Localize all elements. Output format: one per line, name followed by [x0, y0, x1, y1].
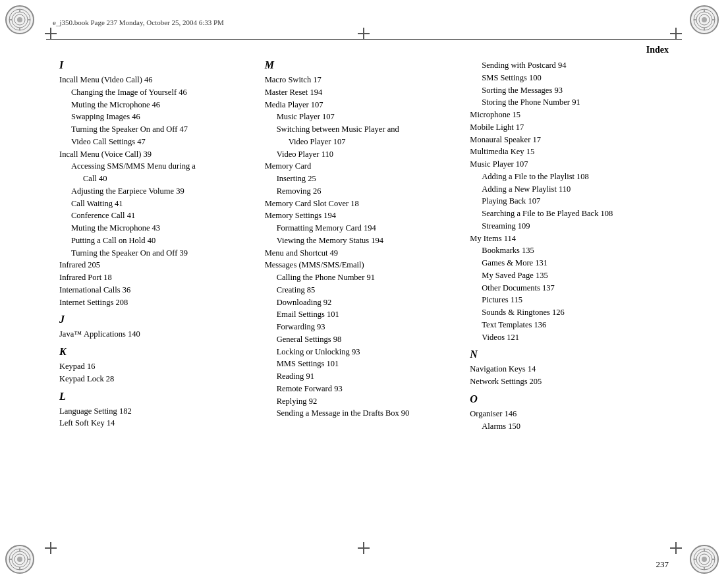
- index-entry: SMS Settings 100: [482, 72, 662, 84]
- crosshair-br: [670, 542, 683, 555]
- index-entry: Incall Menu (Video Call) 46: [59, 74, 252, 86]
- index-entry: Monaural Speaker 17: [470, 134, 662, 146]
- index-entry: Infrared 205: [59, 259, 252, 271]
- page-title: Index: [646, 45, 669, 55]
- index-entry: Left Soft Key 14: [59, 417, 252, 430]
- index-entry: Turning the Speaker On and Off 47: [71, 123, 252, 136]
- index-entry: Adding a New Playlist 110: [482, 183, 662, 196]
- index-entry: Email Settings 101: [277, 308, 457, 321]
- index-entry: Adjusting the Earpiece Volume 39: [71, 185, 252, 198]
- index-entry: Removing 26: [277, 185, 457, 198]
- index-entry: Master Reset 194: [265, 86, 457, 99]
- index-entry: Downloading 92: [277, 296, 457, 309]
- index-entry: Music Player 107: [277, 111, 457, 123]
- section-letter-M: M: [265, 59, 457, 71]
- file-info: e_j350.book Page 237 Monday, October 25,…: [53, 18, 224, 26]
- corner-decoration-tl: [5, 5, 38, 38]
- section-letter-O: O: [470, 393, 662, 405]
- index-entry: Calling the Phone Number 91: [277, 271, 457, 284]
- index-entry: Media Player 107: [265, 99, 457, 111]
- section-letter-I: I: [59, 59, 252, 71]
- index-entry: Memory Card Slot Cover 18: [265, 198, 457, 210]
- index-entry: My Items 114: [470, 233, 662, 245]
- index-entry: Organiser 146: [470, 408, 662, 420]
- index-entry: Keypad 16: [59, 360, 252, 373]
- index-entry: Text Templates 136: [482, 319, 662, 331]
- index-entry: Video Player 110: [277, 148, 457, 161]
- index-entry: Adding a File to the Playlist 108: [482, 171, 662, 183]
- index-entry: Sorting the Messages 93: [482, 84, 662, 97]
- header-divider: [46, 39, 682, 40]
- index-entry: Music Player 107: [470, 158, 662, 171]
- index-entry: Formatting Memory Card 194: [277, 222, 457, 235]
- svg-point-19: [17, 557, 22, 562]
- index-entry: Incall Menu (Voice Call) 39: [59, 148, 252, 161]
- index-entry: Sounds & Ringtones 126: [482, 306, 662, 319]
- index-entry: Changing the Image of Yourself 46: [71, 86, 252, 99]
- page-number: 237: [656, 559, 669, 570]
- corner-decoration-br: [690, 545, 723, 578]
- index-entry: Remote Forward 93: [277, 383, 457, 395]
- index-entry: Keypad Lock 28: [59, 373, 252, 385]
- corner-decoration-bl: [5, 545, 38, 578]
- page-header: e_j350.book Page 237 Monday, October 25,…: [46, 7, 682, 40]
- column-2: MMacro Switch 17Master Reset 194Media Pl…: [258, 59, 464, 537]
- index-entry: Games & More 131: [482, 257, 662, 269]
- index-entry: Videos 121: [482, 331, 662, 344]
- index-entry: Java™ Applications 140: [59, 328, 252, 341]
- index-entry: Call Waiting 41: [71, 198, 252, 210]
- index-entry: Infrared Port 18: [59, 271, 252, 284]
- svg-point-27: [702, 557, 707, 562]
- index-entry: Inserting 25: [277, 173, 457, 185]
- index-entry: Putting a Call on Hold 40: [71, 235, 252, 247]
- index-entry: Locking or Unlocking 93: [277, 346, 457, 358]
- index-entry: Conference Call 41: [71, 209, 252, 222]
- index-entry: Accessing SMS/MMS Menu during a: [71, 160, 252, 173]
- index-entry: Messages (MMS/SMS/Email): [265, 259, 457, 271]
- index-entry: Sending with Postcard 94: [482, 59, 662, 72]
- corner-decoration-tr: [690, 5, 723, 38]
- index-entry: Streaming 109: [482, 220, 662, 233]
- section-letter-J: J: [59, 314, 252, 325]
- index-entry: Reading 91: [277, 370, 457, 383]
- index-entry: Creating 85: [277, 284, 457, 296]
- index-entry: Swapping Images 46: [71, 111, 252, 123]
- index-entry: Playing Back 107: [482, 195, 662, 208]
- section-letter-L: L: [59, 391, 252, 403]
- column-1: IIncall Menu (Video Call) 46Changing the…: [59, 59, 258, 537]
- index-entry: Navigation Keys 14: [470, 363, 662, 375]
- index-entry: Switching between Music Player and: [277, 123, 457, 136]
- index-entry: Sending a Message in the Drafts Box 90: [277, 407, 457, 420]
- crosshair-bl: [45, 542, 58, 555]
- index-entry: Bookmarks 135: [482, 244, 662, 257]
- index-entry: Forwarding 93: [277, 321, 457, 333]
- index-entry: Internet Settings 208: [59, 296, 252, 309]
- index-entry: My Saved Page 135: [482, 269, 662, 282]
- index-entry: Muting the Microphone 46: [71, 99, 252, 111]
- section-letter-N: N: [470, 348, 662, 360]
- section-letter-K: K: [59, 346, 252, 358]
- index-entry: Microphone 15: [470, 109, 662, 121]
- index-entry: General Settings 98: [277, 333, 457, 346]
- index-entry: Pictures 115: [482, 294, 662, 306]
- index-entry: Storing the Phone Number 91: [482, 96, 662, 109]
- svg-point-3: [17, 17, 22, 22]
- index-entry: Viewing the Memory Status 194: [277, 235, 457, 247]
- index-entry: Macro Switch 17: [265, 74, 457, 86]
- index-entry: Searching a File to Be Played Back 108: [482, 208, 662, 220]
- index-entry: Multimedia Key 15: [470, 146, 662, 158]
- index-entry: MMS Settings 101: [277, 358, 457, 370]
- index-entry: Video Call Settings 47: [71, 136, 252, 148]
- content-area: IIncall Menu (Video Call) 46Changing the…: [59, 59, 669, 537]
- index-entry: Mobile Light 17: [470, 121, 662, 134]
- index-entry: Memory Settings 194: [265, 209, 457, 222]
- index-entry: International Calls 36: [59, 284, 252, 296]
- svg-point-11: [702, 17, 707, 22]
- crosshair-bm: [358, 542, 371, 555]
- index-entry: Turning the Speaker On and Off 39: [71, 247, 252, 260]
- index-entry: Other Documents 137: [482, 282, 662, 294]
- index-entry: Video Player 107: [289, 136, 457, 148]
- index-entry: Muting the Microphone 43: [71, 222, 252, 235]
- index-entry: Language Setting 182: [59, 405, 252, 418]
- index-entry: Menu and Shortcut 49: [265, 247, 457, 260]
